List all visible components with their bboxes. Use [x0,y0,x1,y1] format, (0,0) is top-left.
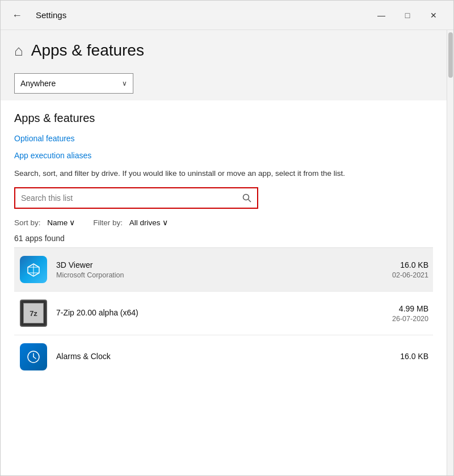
description-text: Search, sort, and filter by drive. If yo… [14,168,377,179]
alarms-icon [20,343,47,370]
home-icon: ⌂ [14,42,23,60]
sort-filter-row: Sort by: Name ∨ Filter by: All drives ∨ [14,218,433,227]
filter-chevron-icon: ∨ [162,218,168,227]
3d-viewer-icon [20,256,47,283]
section-title: Apps & features [14,112,433,125]
app-list: 3D Viewer Microsoft Corporation 16.0 KB … [14,247,433,378]
sort-value-text: Name [47,218,68,227]
app-size: 16.0 KB [377,352,428,361]
title-bar: ← Settings — □ ✕ [1,1,453,30]
content-area: ⌂ Apps & features Anywhere ∨ Apps & feat… [1,30,453,475]
clock-icon [26,349,41,364]
title-bar-left: ← Settings [7,8,66,23]
app-icon-wrapper: 7z [19,298,48,328]
settings-window: ← Settings — □ ✕ ⌂ Apps & features Anywh… [0,0,454,476]
app-date: 02-06-2021 [377,271,428,279]
app-meta: 4.99 MB 26-07-2020 [377,304,428,323]
optional-features-link[interactable]: Optional features [14,134,433,143]
dropdown-value: Anywhere [20,79,56,88]
app-publisher: Microsoft Corporation [56,271,377,279]
filter-value-text: All drives [129,218,161,227]
section-content: Apps & features Optional features App ex… [1,100,447,390]
minimize-button[interactable]: — [368,1,394,30]
app-name: 7-Zip 20.00 alpha (x64) [56,308,377,317]
filter-label: Filter by: [93,218,123,227]
7zip-inner-icon: 7z [23,303,44,323]
app-info: Alarms & Clock [56,352,377,363]
search-icon [242,193,251,203]
table-row[interactable]: Alarms & Clock 16.0 KB [14,335,433,378]
app-size: 4.99 MB [377,304,428,313]
app-icon-wrapper [19,255,48,284]
window-title: Settings [36,10,66,20]
scrollbar-thumb[interactable] [448,32,453,78]
anywhere-dropdown[interactable]: Anywhere ∨ [14,73,133,94]
table-row[interactable]: 3D Viewer Microsoft Corporation 16.0 KB … [14,248,433,292]
close-button[interactable]: ✕ [421,1,447,30]
sort-chevron-icon: ∨ [69,218,75,227]
app-name: 3D Viewer [56,260,377,269]
svg-point-0 [243,195,249,200]
app-info: 7-Zip 20.00 alpha (x64) [56,308,377,319]
dropdown-section: Anywhere ∨ [1,69,447,100]
7zip-icon: 7z [20,300,47,327]
sort-label: Sort by: [14,218,41,227]
search-button[interactable] [237,188,257,208]
maximize-button[interactable]: □ [394,1,421,30]
app-meta: 16.0 KB [377,352,428,363]
table-row[interactable]: 7z 7-Zip 20.00 alpha (x64) 4.99 MB 26-07… [14,292,433,335]
search-input[interactable] [15,193,237,203]
app-meta: 16.0 KB 02-06-2021 [377,260,428,279]
svg-line-8 [33,357,36,359]
app-size: 16.0 KB [377,260,428,269]
sort-value-button[interactable]: Name ∨ [47,218,75,227]
page-title: Apps & features [31,41,144,60]
cube-icon [26,262,41,277]
app-icon-wrapper [19,342,48,372]
app-date: 26-07-2020 [377,315,428,323]
back-button[interactable]: ← [7,8,27,23]
scrollbar-track[interactable] [447,30,453,475]
chevron-down-icon: ∨ [122,79,127,87]
filter-value-button[interactable]: All drives ∨ [129,218,168,227]
app-name: Alarms & Clock [56,352,377,361]
filter-item: Filter by: All drives ∨ [93,218,167,227]
app-execution-aliases-link[interactable]: App execution aliases [14,151,433,160]
sort-item: Sort by: Name ∨ [14,218,75,227]
apps-count: 61 apps found [14,234,433,243]
main-content: ⌂ Apps & features Anywhere ∨ Apps & feat… [1,30,447,475]
page-header: ⌂ Apps & features [1,30,447,69]
svg-line-1 [249,200,251,203]
app-info: 3D Viewer Microsoft Corporation [56,260,377,279]
title-bar-controls: — □ ✕ [368,1,447,30]
search-box [14,187,258,209]
